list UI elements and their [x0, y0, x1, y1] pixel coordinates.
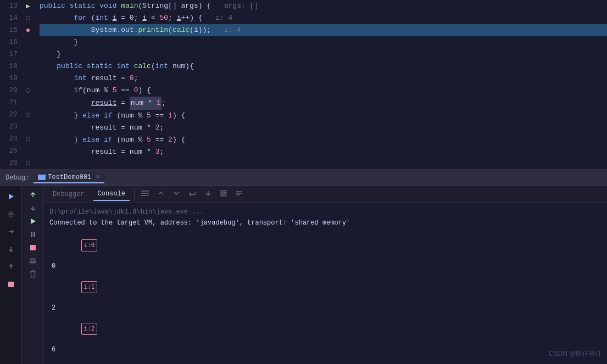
tool-resume-btn[interactable] — [25, 215, 41, 227]
debug-tab-name: TestDemo001 — [48, 173, 91, 181]
sidebar-icon-resume[interactable] — [3, 189, 19, 204]
tab-window-icon — [38, 175, 46, 180]
watermark: CSDN @旺仔学IT — [549, 349, 602, 359]
badge-i2: i:2 — [81, 323, 98, 335]
code-line-24: } else if (num % 5 == 1) { — [40, 110, 607, 122]
toolbar-step-icon[interactable] — [203, 189, 214, 200]
line-numbers: 13 14 15 16 17 18 19 20 21 22 23 24 25 2… — [0, 0, 22, 169]
debug-tab-close[interactable]: × — [96, 173, 99, 181]
console-entry-1: i:1 — [49, 270, 602, 304]
code-line-23: result = num * 1; — [40, 97, 607, 110]
code-content: public static void main(String[] args) {… — [34, 0, 607, 169]
svg-rect-11 — [224, 191, 226, 193]
console-path-line: D:\profile\Java\jdk1.8\bin\java.exe ... — [49, 206, 602, 217]
code-line-18: } — [40, 48, 607, 60]
console-value-0: 0 — [49, 262, 602, 270]
code-line-27: result = num * 3; — [40, 146, 607, 158]
console-entry-3: i:3 — [49, 354, 602, 364]
sidebar-icon-step-over[interactable] — [3, 224, 19, 239]
code-line-16: } — [40, 36, 607, 48]
debug-panel: Debugger Console — [0, 186, 607, 364]
toolbar-down-icon[interactable] — [171, 189, 182, 200]
toolbar-menu-icon[interactable] — [233, 189, 244, 200]
code-line-14: for (int i = 0; i < 50; i++) { i: 4 — [40, 12, 607, 24]
code-line-25: result = num * 2; — [40, 122, 607, 134]
console-toolbar: Debugger Console — [44, 186, 607, 203]
sidebar-icon-stop[interactable] — [3, 277, 19, 292]
code-line-21: int result = 0; — [40, 72, 607, 85]
console-entry-2: i:2 — [49, 312, 602, 346]
svg-rect-4 — [30, 245, 36, 250]
console-entry-0: i:0 — [49, 228, 602, 262]
toolbar-up-icon[interactable] — [155, 189, 166, 200]
console-connected-line: Connected to the target VM, address: 'ja… — [49, 217, 602, 228]
code-line-26: } else if (num % 5 == 2) { — [40, 134, 607, 146]
console-area: Debugger Console — [44, 186, 607, 364]
badge-i1: i:1 — [81, 281, 98, 293]
svg-rect-10 — [221, 191, 223, 193]
tool-up-btn[interactable] — [25, 189, 41, 201]
debug-bar: Debug: TestDemo001 × — [0, 170, 607, 186]
code-line-13: public static void main(String[] args) {… — [40, 0, 607, 12]
tool-stop-btn[interactable] — [25, 242, 41, 254]
sidebar-icons — [0, 186, 22, 364]
toolbar-separator — [134, 190, 135, 199]
tool-print-btn[interactable] — [25, 255, 41, 267]
gutter: ▶ ● — [22, 0, 34, 169]
svg-rect-3 — [34, 232, 35, 237]
tool-trash-btn[interactable] — [25, 268, 41, 280]
debug-tab[interactable]: TestDemo001 × — [34, 172, 104, 183]
toolbar-return-icon[interactable] — [186, 189, 198, 200]
debug-label: Debug: — [5, 174, 29, 182]
run-arrow-icon: ▶ — [26, 2, 30, 10]
code-line-22: if(num % 5 == 0) { — [40, 85, 607, 97]
console-output: D:\profile\Java\jdk1.8\bin\java.exe ... … — [44, 203, 607, 364]
svg-rect-2 — [31, 232, 32, 237]
code-line-15: System.out.println(calc(i)); i: 4 — [40, 24, 607, 36]
debug-toolbar — [22, 186, 44, 364]
sidebar-icon-step-into[interactable] — [3, 242, 19, 257]
tab-debugger[interactable]: Debugger — [48, 188, 89, 200]
toolbar-list-icon[interactable] — [139, 189, 151, 200]
toolbar-grid-icon[interactable] — [218, 189, 229, 200]
svg-rect-6 — [31, 261, 35, 262]
tool-pause-btn[interactable] — [25, 228, 41, 240]
sidebar-icon-settings[interactable] — [3, 206, 19, 222]
tool-down-btn[interactable] — [25, 202, 41, 214]
code-line-20: public static int calc(int num){ — [40, 60, 607, 72]
tab-console[interactable]: Console — [93, 188, 130, 201]
console-value-1: 2 — [49, 304, 602, 312]
svg-rect-13 — [224, 194, 226, 196]
console-value-2: 6 — [49, 346, 602, 354]
breakpoint-icon: ● — [26, 26, 30, 35]
badge-i0: i:0 — [81, 239, 98, 251]
svg-point-0 — [10, 213, 12, 215]
svg-rect-1 — [8, 282, 14, 287]
editor-area: 13 14 15 16 17 18 19 20 21 22 23 24 25 2… — [0, 0, 607, 170]
sidebar-icon-step-out[interactable] — [3, 259, 19, 275]
svg-rect-12 — [221, 194, 223, 196]
